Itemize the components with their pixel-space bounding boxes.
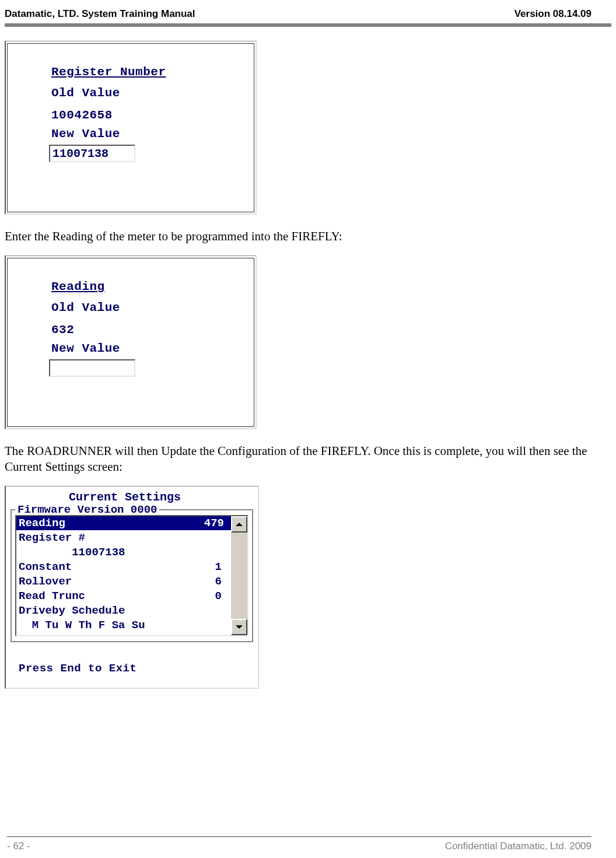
settings-row-key: Constant xyxy=(19,560,72,574)
settings-row-value: 479 xyxy=(204,516,231,530)
header-right: Version 08.14.09 xyxy=(514,8,592,20)
header-rule xyxy=(5,23,611,27)
reading-old-label: Old Value xyxy=(51,301,120,314)
settings-list: Reading479Register # 11007138Constant1Ro… xyxy=(15,515,249,636)
settings-row-key: 11007138 xyxy=(19,545,125,559)
page-footer: - 62 - Confidential Datamatic, Ltd. 2009 xyxy=(7,836,592,852)
settings-row-key: M Tu W Th F Sa Su xyxy=(19,618,145,632)
settings-row[interactable]: Constant1 xyxy=(19,560,229,574)
settings-row[interactable]: Register # xyxy=(19,531,229,545)
settings-row[interactable]: M Tu W Th F Sa Su xyxy=(19,618,229,632)
settings-row-key: Driveby Schedule xyxy=(19,604,125,618)
press-end-to-exit-text: Press End to Exit xyxy=(19,662,136,675)
page-number: - 62 - xyxy=(7,841,30,852)
reading-old-value: 632 xyxy=(51,323,74,337)
old-value-text: 10042658 xyxy=(51,108,113,122)
settings-row-key: Read Trunc xyxy=(19,589,85,603)
header-left: Datamatic, LTD. System Training Manual xyxy=(5,8,195,20)
arrow-down-icon xyxy=(236,625,243,629)
register-number-dialog: Register Number Old Value 10042658 New V… xyxy=(5,41,257,215)
scrollbar-track[interactable] xyxy=(231,516,247,635)
arrow-up-icon xyxy=(236,523,243,526)
register-new-value-input[interactable] xyxy=(49,145,135,162)
firmware-version-legend: Firmware Version 0000 xyxy=(15,503,159,516)
scroll-down-button[interactable] xyxy=(231,619,247,635)
current-settings-dialog: Current Settings Firmware Version 0000 R… xyxy=(5,486,259,689)
reading-new-value-input[interactable] xyxy=(49,359,135,377)
reading-title: Reading xyxy=(51,280,105,293)
body-paragraph-2: The ROADRUNNER will then Update the Conf… xyxy=(5,443,592,474)
settings-row[interactable]: Reading479 xyxy=(16,516,231,530)
settings-row[interactable]: Read Trunc0 xyxy=(19,589,229,603)
current-settings-title: Current Settings xyxy=(69,491,181,504)
register-number-title: Register Number xyxy=(51,65,166,79)
settings-row-key: Register # xyxy=(19,531,85,545)
page-header: Datamatic, LTD. System Training Manual V… xyxy=(0,0,616,22)
reading-new-label: New Value xyxy=(51,342,120,355)
settings-row-value: 0 xyxy=(215,589,229,603)
firmware-fieldset: Firmware Version 0000 Reading479Register… xyxy=(10,509,253,642)
settings-row-key: Rollover xyxy=(19,575,72,589)
scroll-up-button[interactable] xyxy=(231,516,247,533)
settings-row-key: Reading xyxy=(19,516,65,530)
settings-row-value: 1 xyxy=(215,560,229,574)
settings-row-value: 6 xyxy=(215,575,229,589)
footer-confidential: Confidential Datamatic, Ltd. 2009 xyxy=(445,841,592,852)
settings-row[interactable]: Driveby Schedule xyxy=(19,604,229,618)
body-paragraph-1: Enter the Reading of the meter to be pro… xyxy=(5,229,592,244)
settings-row[interactable]: Rollover6 xyxy=(19,575,229,589)
reading-dialog: Reading Old Value 632 New Value xyxy=(5,255,257,429)
new-value-label: New Value xyxy=(51,127,120,141)
settings-row[interactable]: 11007138 xyxy=(19,545,229,559)
old-value-label: Old Value xyxy=(51,86,120,100)
